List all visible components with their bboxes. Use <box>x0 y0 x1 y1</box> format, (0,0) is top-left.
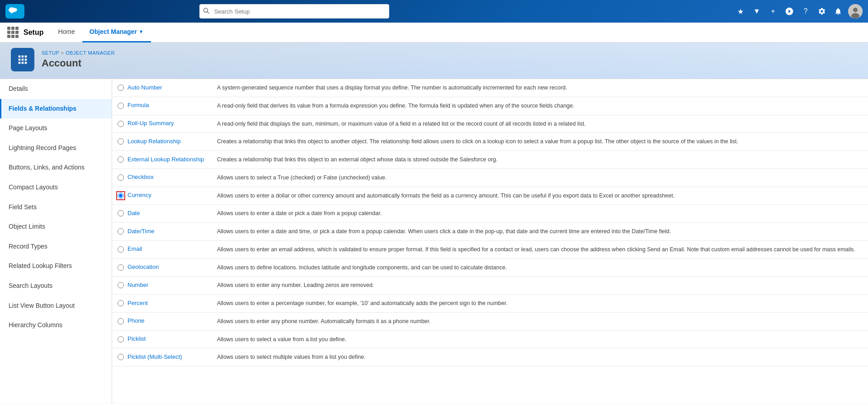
tab-home[interactable]: Home <box>51 23 82 42</box>
field-type-description-email: Allows users to enter an email address, … <box>212 240 868 258</box>
field-type-radio-number[interactable] <box>118 282 124 288</box>
notifications-icon[interactable] <box>832 5 844 18</box>
field-type-radio-roll-up-summary[interactable] <box>118 121 124 127</box>
field-type-radio-email[interactable] <box>118 246 124 253</box>
field-type-label-external-lookup-relationship[interactable]: External Lookup Relationship <box>127 156 204 163</box>
user-avatar[interactable] <box>848 4 863 19</box>
table-row: External Lookup RelationshipCreates a re… <box>112 151 868 169</box>
field-type-description-geolocation: Allows users to define locations. Includ… <box>212 258 868 277</box>
sidebar-item-fields-relationships[interactable]: Fields & Relationships <box>0 99 112 119</box>
search-input[interactable] <box>199 4 389 19</box>
sidebar: Details Fields & Relationships Page Layo… <box>0 79 112 404</box>
settings-icon[interactable] <box>816 5 828 18</box>
field-type-description-checkbox: Allows users to select a True (checked) … <box>212 169 868 187</box>
salesforce-logo[interactable] <box>5 4 24 19</box>
table-row: DateAllows users to enter a date or pick… <box>112 205 868 223</box>
breadcrumb-object-manager-link[interactable]: OBJECT MANAGER <box>66 50 115 56</box>
field-type-description-formula: A read-only field that derives its value… <box>212 97 868 115</box>
sidebar-item-search-layouts[interactable]: Search Layouts <box>0 276 112 296</box>
table-row: PercentAllows users to enter a percentag… <box>112 295 868 313</box>
table-row: Auto NumberA system-generated sequence n… <box>112 79 868 97</box>
table-row: PhoneAllows users to enter any phone num… <box>112 312 868 330</box>
field-type-description-number: Allows users to enter any number. Leadin… <box>212 277 868 295</box>
table-row: Picklist (Multi-Select)Allows users to s… <box>112 348 868 366</box>
sidebar-item-buttons-links-actions[interactable]: Buttons, Links, and Actions <box>0 158 112 178</box>
field-type-label-number[interactable]: Number <box>127 282 148 288</box>
favorites-icon[interactable]: ★ <box>734 5 747 18</box>
sidebar-item-related-lookup-filters[interactable]: Related Lookup Filters <box>0 256 112 276</box>
field-type-radio-lookup-relationship[interactable] <box>118 138 124 145</box>
app-launcher-button[interactable] <box>5 25 20 40</box>
search-bar <box>199 4 389 19</box>
field-type-radio-geolocation[interactable] <box>118 264 124 271</box>
field-type-label-date-time[interactable]: Date/Time <box>127 228 154 235</box>
svg-line-1 <box>207 12 209 14</box>
field-type-radio-percent[interactable] <box>118 300 124 306</box>
field-type-label-formula[interactable]: Formula <box>127 102 149 108</box>
field-type-description-phone: Allows users to enter any phone number. … <box>212 312 868 330</box>
second-navigation: Setup Home Object Manager ▼ <box>0 23 868 42</box>
field-type-radio-external-lookup-relationship[interactable] <box>118 156 124 163</box>
table-row: NumberAllows users to enter any number. … <box>112 277 868 295</box>
field-type-radio-date-time[interactable] <box>118 228 124 235</box>
breadcrumb: SETUP > OBJECT MANAGER <box>42 50 115 56</box>
field-type-description-date: Allows users to enter a date or pick a d… <box>212 205 868 223</box>
field-type-radio-group: Lookup Relationship <box>118 137 206 145</box>
field-type-radio-picklist[interactable] <box>118 336 124 343</box>
field-type-label-picklist-multi[interactable]: Picklist (Multi-Select) <box>127 353 182 360</box>
content-area: Auto NumberA system-generated sequence n… <box>112 79 868 404</box>
table-row: Lookup RelationshipCreates a relationshi… <box>112 133 868 151</box>
help-icon[interactable]: ? <box>799 5 812 18</box>
trailhead-icon[interactable] <box>783 5 796 18</box>
svg-point-4 <box>851 13 859 19</box>
sidebar-item-compact-layouts[interactable]: Compact Layouts <box>0 178 112 197</box>
field-type-radio-currency[interactable] <box>118 193 124 199</box>
field-type-radio-group: Geolocation <box>118 263 206 271</box>
field-type-radio-group: Currency <box>118 192 206 199</box>
sidebar-item-record-types[interactable]: Record Types <box>0 237 112 257</box>
hero-area: SETUP > OBJECT MANAGER Account <box>0 42 868 79</box>
field-type-radio-group: Auto Number <box>118 84 206 91</box>
table-row: PicklistAllows users to select a value f… <box>112 330 868 348</box>
field-type-radio-auto-number[interactable] <box>118 85 124 91</box>
field-type-radio-formula[interactable] <box>118 103 124 109</box>
favorites-dropdown-icon[interactable]: ▼ <box>750 5 763 18</box>
field-type-label-currency[interactable]: Currency <box>127 192 151 198</box>
field-type-label-percent[interactable]: Percent <box>127 300 148 306</box>
field-type-label-geolocation[interactable]: Geolocation <box>127 263 159 270</box>
sidebar-item-field-sets[interactable]: Field Sets <box>0 197 112 217</box>
field-type-radio-group: Email <box>118 245 206 253</box>
object-manager-dropdown-icon: ▼ <box>139 29 144 34</box>
sidebar-item-hierarchy-columns[interactable]: Hierarchy Columns <box>0 315 112 335</box>
field-type-radio-picklist-multi[interactable] <box>118 354 124 360</box>
field-type-label-roll-up-summary[interactable]: Roll-Up Summary <box>127 120 174 127</box>
field-type-description-external-lookup-relationship: Creates a relationship that links this o… <box>212 151 868 169</box>
sidebar-item-list-view-button-layout[interactable]: List View Button Layout <box>0 296 112 316</box>
sidebar-item-lightning-record-pages[interactable]: Lightning Record Pages <box>0 138 112 158</box>
field-type-label-phone[interactable]: Phone <box>127 317 145 324</box>
field-type-radio-phone[interactable] <box>118 318 124 324</box>
field-type-label-picklist[interactable]: Picklist <box>127 335 146 342</box>
field-type-label-checkbox[interactable]: Checkbox <box>127 174 154 180</box>
field-type-description-date-time: Allows users to enter a date and time, o… <box>212 223 868 241</box>
field-type-description-picklist-multi: Allows users to select multiple values f… <box>212 348 868 366</box>
field-type-label-auto-number[interactable]: Auto Number <box>127 84 162 91</box>
field-type-label-lookup-relationship[interactable]: Lookup Relationship <box>127 138 181 145</box>
top-navigation: ★ ▼ + ? <box>0 0 868 23</box>
field-type-radio-group: Number <box>118 281 206 288</box>
sidebar-item-details[interactable]: Details <box>0 79 112 99</box>
sidebar-item-page-layouts[interactable]: Page Layouts <box>0 118 112 138</box>
table-row: Roll-Up SummaryA read-only field that di… <box>112 115 868 133</box>
breadcrumb-setup-link[interactable]: SETUP <box>42 50 59 56</box>
field-type-radio-date[interactable] <box>118 210 124 216</box>
field-type-radio-checkbox[interactable] <box>118 174 124 181</box>
field-type-label-email[interactable]: Email <box>127 245 142 252</box>
field-type-radio-group: External Lookup Relationship <box>118 155 206 163</box>
add-icon[interactable]: + <box>767 5 779 18</box>
table-row: CheckboxAllows users to select a True (c… <box>112 169 868 187</box>
nav-icons: ★ ▼ + ? <box>734 4 863 19</box>
field-type-label-date[interactable]: Date <box>127 210 140 216</box>
hero-text: SETUP > OBJECT MANAGER Account <box>42 50 115 69</box>
sidebar-item-object-limits[interactable]: Object Limits <box>0 217 112 237</box>
tab-object-manager[interactable]: Object Manager ▼ <box>82 23 151 42</box>
